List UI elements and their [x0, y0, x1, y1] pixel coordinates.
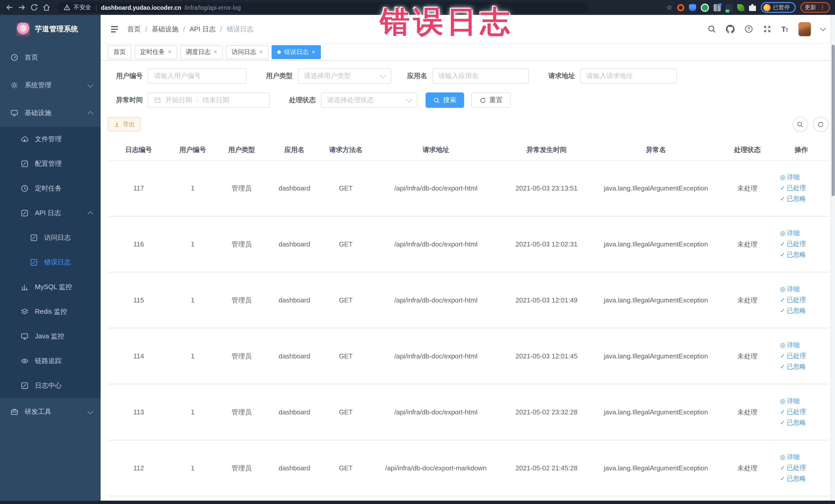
user-avatar[interactable] — [798, 22, 811, 36]
mark-processed-link[interactable]: ✓已处理 — [780, 464, 806, 472]
tab-error-log[interactable]: 错误日志 × — [271, 45, 321, 59]
extension-icon-3[interactable] — [700, 3, 709, 12]
browser-reload-icon[interactable] — [30, 3, 39, 12]
mark-ignored-link[interactable]: ✓已忽略 — [780, 251, 806, 259]
breadcrumb-infrastructure[interactable]: 基础设施 — [152, 24, 178, 34]
chrome-update-button[interactable]: 更新 ⋮ — [800, 2, 830, 13]
toggle-search-button[interactable] — [792, 117, 808, 132]
user-menu-caret-icon[interactable] — [820, 25, 826, 31]
fullscreen-icon[interactable] — [763, 25, 772, 33]
detail-link[interactable]: ◎详细 — [780, 174, 799, 181]
sidebar-item-config-management[interactable]: 配置管理 — [0, 152, 101, 176]
sidebar-item-infrastructure[interactable]: 基础设施 — [0, 99, 101, 127]
extension-icon-6[interactable] — [737, 4, 744, 11]
mark-ignored-link[interactable]: ✓已忽略 — [780, 475, 806, 483]
help-icon[interactable] — [745, 25, 753, 33]
mark-ignored-link[interactable]: ✓已忽略 — [780, 195, 806, 203]
browser-back-icon[interactable] — [5, 3, 14, 12]
active-tab-dot — [277, 50, 281, 54]
detail-link[interactable]: ◎详细 — [780, 453, 799, 461]
sidebar-item-java-monitor[interactable]: Java 监控 — [0, 324, 101, 349]
detail-link[interactable]: ◎详细 — [780, 341, 799, 349]
github-icon[interactable] — [726, 25, 735, 33]
bookmark-star-icon[interactable]: ☆ — [666, 4, 672, 11]
app-brand[interactable]: 芋道管理系统 — [0, 15, 101, 44]
process-status-label: 处理状态 — [281, 96, 316, 105]
sidebar-submenu-infrastructure: 文件管理 配置管理 定时任务 API 日志 访问日志 — [0, 127, 101, 398]
refresh-table-button[interactable] — [813, 117, 828, 132]
screen: 错误日志 不安全 dashboard.yudao.iocoder.cn/infr… — [0, 0, 835, 504]
page-scrollbar[interactable] — [830, 15, 835, 501]
extension-icon-4[interactable] — [713, 4, 720, 11]
view-icon: ◎ — [780, 286, 785, 293]
refresh-icon — [480, 97, 486, 103]
app-window: 芋道管理系统 首页 系统管理 基础设施 文件管理 — [0, 15, 835, 501]
breadcrumb-api-log[interactable]: API 日志 — [190, 24, 216, 34]
sidebar-item-api-log[interactable]: API 日志 — [0, 201, 101, 225]
detail-link[interactable]: ◎详细 — [780, 398, 799, 405]
app-name-input[interactable]: 请输入应用名 — [432, 68, 529, 84]
mark-ignored-link[interactable]: ✓已忽略 — [780, 307, 806, 315]
user-type-select[interactable]: 请选择用户类型 — [298, 68, 391, 84]
sidebar-item-tracing[interactable]: 链路追踪 — [0, 349, 101, 373]
sidebar-item-access-log[interactable]: 访问日志 — [0, 225, 101, 250]
col-user-type: 用户类型 — [216, 140, 267, 160]
check-icon: ✓ — [780, 475, 785, 483]
process-status-select[interactable]: 请选择处理状态 — [321, 93, 418, 108]
browser-home-icon[interactable] — [42, 3, 51, 12]
mark-ignored-link[interactable]: ✓已忽略 — [780, 363, 806, 371]
sidebar-item-log-center[interactable]: 日志中心 — [0, 373, 101, 398]
sidebar-item-dev-tools[interactable]: 研发工具 — [0, 398, 101, 426]
table-row: 113 1 管理员 dashboard GET /api/infra/db-do… — [108, 384, 828, 440]
user-id-label: 用户编号 — [108, 72, 143, 81]
browser-forward-icon[interactable] — [18, 3, 26, 12]
sidebar-item-mysql-monitor[interactable]: MySQL 监控 — [0, 275, 101, 299]
scrollbar-thumb[interactable] — [831, 45, 834, 196]
search-button[interactable]: 搜索 — [426, 93, 464, 108]
tab-scheduled-tasks[interactable]: 定时任务 × — [135, 45, 177, 59]
browser-menu-icon[interactable]: ⋮ — [820, 4, 825, 11]
extensions-puzzle-icon[interactable] — [749, 4, 756, 11]
close-icon[interactable]: × — [213, 49, 217, 55]
mark-processed-link[interactable]: ✓已处理 — [780, 184, 806, 192]
reset-button[interactable]: 重置 — [471, 93, 511, 108]
mark-processed-link[interactable]: ✓已处理 — [780, 296, 806, 304]
mark-ignored-link[interactable]: ✓已忽略 — [780, 419, 806, 427]
tab-access-log[interactable]: 访问日志 × — [226, 45, 268, 59]
breadcrumb-home[interactable]: 首页 — [127, 24, 141, 34]
user-id-input[interactable]: 请输入用户编号 — [148, 68, 246, 84]
sidebar-item-error-log[interactable]: 错误日志 — [0, 250, 101, 275]
mark-processed-link[interactable]: ✓已处理 — [780, 408, 806, 416]
close-icon[interactable]: × — [312, 49, 315, 55]
exception-time-range-picker[interactable]: 开始日期 - 结束日期 — [148, 93, 269, 108]
close-icon[interactable]: × — [168, 49, 171, 55]
detail-link[interactable]: ◎详细 — [780, 229, 799, 237]
sidebar-toggle-icon[interactable] — [110, 24, 119, 34]
app-logo — [16, 23, 30, 36]
extension-icon-1[interactable] — [677, 4, 684, 11]
search-icon[interactable] — [708, 25, 716, 33]
request-url-input[interactable]: 请输入请求地址 — [580, 68, 677, 84]
col-request-url: 请求地址 — [370, 140, 502, 160]
sidebar-item-system-management[interactable]: 系统管理 — [0, 72, 101, 99]
extension-icon-5[interactable] — [725, 4, 732, 11]
sidebar-item-file-management[interactable]: 文件管理 — [0, 127, 101, 152]
detail-link[interactable]: ◎详细 — [780, 285, 799, 293]
font-size-icon[interactable]: TT — [781, 25, 788, 33]
update-label: 更新 — [805, 4, 816, 11]
close-icon[interactable]: × — [259, 49, 263, 55]
mark-processed-link[interactable]: ✓已处理 — [780, 352, 806, 360]
sidebar-item-redis-monitor[interactable]: Redis 监控 — [0, 299, 101, 324]
profile-button[interactable]: 已暂停 — [760, 2, 795, 13]
export-button[interactable]: 导出 — [108, 117, 141, 132]
search-icon — [433, 97, 440, 103]
extension-icon-2[interactable] — [689, 4, 696, 11]
main-area: 首页 / 基础设施 / API 日志 / 错误日志 TT — [101, 15, 835, 501]
sidebar-item-scheduled-tasks[interactable]: 定时任务 — [0, 176, 101, 201]
tab-home[interactable]: 首页 — [108, 45, 131, 59]
refresh-icon — [817, 121, 824, 127]
tab-dispatch-log[interactable]: 调度日志 × — [180, 45, 223, 59]
sidebar-item-home[interactable]: 首页 — [0, 44, 101, 72]
mark-processed-link[interactable]: ✓已处理 — [780, 240, 806, 248]
download-icon — [114, 121, 120, 127]
